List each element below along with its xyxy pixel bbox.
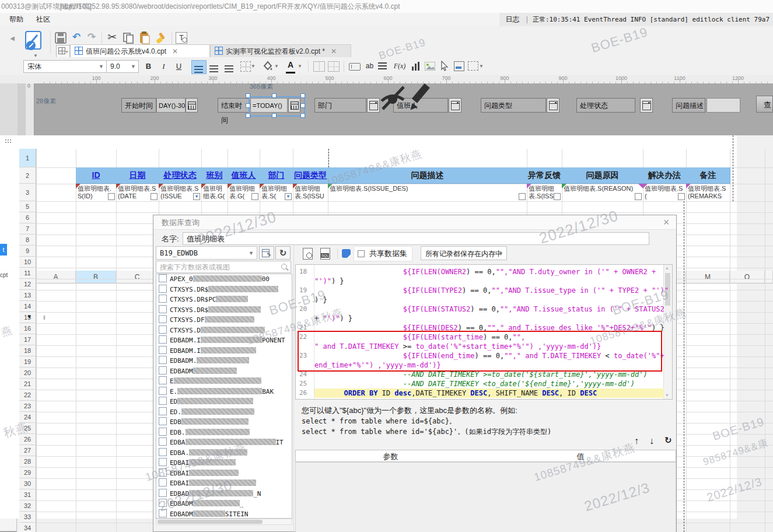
table-header-cell-G[interactable]: 部门 <box>260 167 293 184</box>
table-header-cell-I[interactable]: 问题描述 <box>328 167 527 184</box>
bold-button[interactable]: B <box>142 60 155 72</box>
redo-icon[interactable]: ↷ <box>85 31 98 44</box>
table-list-item[interactable]: EDBAI <box>156 468 292 479</box>
row-header-22[interactable]: 22 <box>19 390 36 401</box>
table-header-cell-K[interactable]: 问题原因 <box>562 167 643 184</box>
row-header-19[interactable]: 19 <box>19 356 36 368</box>
issue-type-combo-icon[interactable] <box>547 98 559 113</box>
table-header-cell-D[interactable]: 处理状态 <box>159 167 202 184</box>
query-button-partial[interactable]: 查 <box>756 96 773 113</box>
align-right-button[interactable] <box>222 60 236 73</box>
row-header-5[interactable]: 5 <box>19 201 36 212</box>
start-time-calendar-icon[interactable] <box>186 98 198 113</box>
align-center-button[interactable] <box>207 60 221 73</box>
resize-handle[interactable] <box>300 113 305 118</box>
table-search-input[interactable]: 搜索下方数据表或视图 <box>156 261 291 273</box>
table-data-cell-K[interactable]: 值班明细表.S(REASON) <box>562 184 643 201</box>
collapse-left-icon[interactable]: ◀ <box>6 32 19 45</box>
issue-status-combo-icon[interactable] <box>640 98 653 113</box>
table-list-item[interactable]: EDBADM.I <box>156 346 292 356</box>
row-header-2[interactable]: 2 <box>19 167 36 184</box>
resize-handle[interactable] <box>300 103 305 108</box>
table-data-cell-C[interactable]: 值班明细表.S(DATE <box>116 184 159 201</box>
row-header-16[interactable]: 16 <box>19 323 36 334</box>
fill-color-dropdown-icon[interactable]: ▼ <box>273 60 280 72</box>
table-list-item[interactable]: E <box>156 376 292 387</box>
table-data-cell-B[interactable]: 值班明细表.S(ID) <box>76 184 116 201</box>
param-move-down-icon[interactable]: ↓ <box>649 436 654 446</box>
font-color-dropdown-icon[interactable]: ▼ <box>296 60 303 72</box>
left-collapsed-tab-cpt[interactable]: cpt <box>0 272 8 278</box>
row-header-26[interactable]: 26 <box>19 434 36 445</box>
table-list-item[interactable]: EDBAD_N <box>156 489 292 499</box>
resize-handle[interactable] <box>246 103 250 108</box>
column-header-O[interactable]: O <box>730 271 765 284</box>
table-list-item[interactable]: E.BAK <box>156 387 292 397</box>
row-header-13[interactable]: 13 <box>19 290 36 301</box>
tab-monitor-board[interactable]: 实测率可视化监控看板v2.0.cpt *✕ <box>210 44 351 58</box>
row-header-8[interactable]: 8 <box>19 235 36 246</box>
row-header-29[interactable]: 29 <box>19 467 36 478</box>
cache-mode-select[interactable]: 所有记录都保存在内存中 ▼ <box>421 246 507 260</box>
tab-close-icon[interactable]: ✕ <box>172 47 178 55</box>
share-dataset-option[interactable]: 共享数据集 <box>354 246 412 261</box>
row-header-1[interactable]: 1 <box>19 149 36 167</box>
sql-code-line[interactable]: ${IF(LEN(OWNER2) == 0,"","AND T.duty_own… <box>314 267 664 276</box>
resize-handle[interactable] <box>300 93 305 98</box>
start-time-input[interactable]: DAY()-30 <box>156 98 186 113</box>
table-data-cell-D[interactable]: 值班明细表.S(ISSUE▼ <box>159 184 201 201</box>
refresh-connection-icon[interactable]: ↻ <box>275 246 291 260</box>
pane-collapse-arrow-icon[interactable]: ▼ <box>27 314 32 320</box>
table-list-item[interactable]: EDBAI <box>156 478 292 489</box>
selected-widget-outline[interactable] <box>249 96 305 117</box>
font-size-select[interactable]: 9.0▼ <box>106 60 139 73</box>
row-header-24[interactable]: 24 <box>19 412 36 423</box>
param-refresh-icon[interactable]: ↻ <box>664 435 672 446</box>
align-left-button[interactable] <box>191 60 207 74</box>
row-header-11[interactable]: 11 <box>19 268 36 279</box>
tab-close-icon[interactable]: ✕ <box>331 47 337 55</box>
row-header-32[interactable]: 32 <box>19 501 36 512</box>
table-list-item[interactable]: CTXSYS.DR$ <box>156 305 292 316</box>
table-header-cell-F[interactable]: 值班人 <box>228 167 260 184</box>
sql-editor[interactable]: ˄ ˅ 18 ${IF(LEN(OWNER2) == 0,"","AND T.d… <box>295 264 673 400</box>
table-header-cell-M[interactable]: 备注 <box>686 167 730 184</box>
row-header-33[interactable]: 33 <box>19 512 36 523</box>
table-data-cell-J[interactable]: 值班明细表.S(ISSUED <box>527 184 562 201</box>
table-header-cell-E[interactable]: 班别 <box>201 167 228 184</box>
table-list-item[interactable]: EDBADM. <box>156 356 292 366</box>
unmerge-cells-icon[interactable] <box>328 61 340 72</box>
table-list-item[interactable]: CTXSYS.DF <box>156 315 292 326</box>
row-header-23[interactable]: 23 <box>19 401 36 412</box>
pane-splitter-handle[interactable]: ‖ <box>43 315 46 321</box>
row-header-14[interactable]: 14 <box>19 301 36 312</box>
table-list-item[interactable]: EDBA. <box>156 448 292 459</box>
cut-icon[interactable]: ✂ <box>106 31 118 44</box>
row-header-17[interactable]: 17 <box>19 334 36 345</box>
italic-button[interactable]: I <box>157 60 170 72</box>
row-header-21[interactable]: 21 <box>19 379 36 390</box>
dataset-name-input[interactable]: 值班明细表 <box>183 232 649 245</box>
row-header-10[interactable]: 10 <box>19 257 36 268</box>
row-header-18[interactable]: 18 <box>19 345 36 356</box>
table-list-item[interactable]: EDBADM <box>156 366 292 377</box>
table-list-item[interactable]: EDBAI <box>156 458 292 468</box>
menu-community[interactable]: 社区 <box>36 13 50 26</box>
column-header-partial[interactable] <box>765 271 773 284</box>
log-label[interactable]: 日志 <box>505 15 519 23</box>
table-header-cell-B[interactable]: ID <box>76 167 117 184</box>
floating-element-icon[interactable] <box>454 61 464 71</box>
paste-icon[interactable] <box>139 32 151 44</box>
save-icon[interactable] <box>55 32 67 44</box>
sql-code-line[interactable]: "')") } <box>314 276 664 286</box>
table-list-item[interactable]: EDB. <box>156 428 292 438</box>
column-header-M[interactable]: M <box>686 271 730 284</box>
row-header-27[interactable]: 27 <box>19 445 36 456</box>
table-data-cell-L[interactable]: 值班明细表.S( <box>643 184 686 201</box>
font-color-icon[interactable]: A <box>286 60 295 74</box>
db-connection-select[interactable]: B19_EDWDB ▼ <box>156 246 257 260</box>
table-data-cell-I[interactable]: 值班明细表.S(ISSUE_DES) <box>328 184 527 201</box>
sql-code-line[interactable]: ${IF(LEN(TYPE2) == 0,"","AND T.issue_typ… <box>314 286 664 295</box>
table-list-item[interactable]: CTXSYS.DR$ <box>156 285 292 295</box>
table-header-cell-C[interactable]: 日期 <box>116 167 159 184</box>
